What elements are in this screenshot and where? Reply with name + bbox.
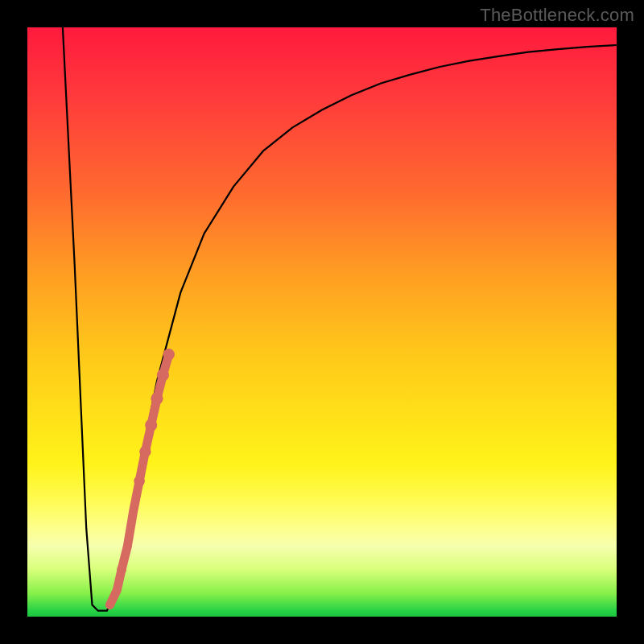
bottleneck-curve	[63, 27, 617, 611]
marker-dot	[139, 446, 151, 457]
marker-group	[105, 349, 175, 609]
marker-dot	[117, 565, 126, 575]
marker-dot	[105, 601, 114, 609]
marker-dot	[163, 349, 175, 360]
chart-frame: TheBottleneck.com	[0, 0, 644, 644]
watermark-text: TheBottleneck.com	[480, 5, 634, 26]
plot-area	[27, 27, 617, 617]
chart-svg	[27, 27, 617, 617]
marker-dot	[134, 476, 145, 487]
marker-dot	[151, 393, 163, 405]
marker-dot	[157, 369, 169, 381]
marker-dot	[113, 586, 121, 594]
marker-dot	[123, 542, 132, 551]
marker-dot	[130, 507, 137, 514]
marker-dot	[145, 419, 157, 431]
